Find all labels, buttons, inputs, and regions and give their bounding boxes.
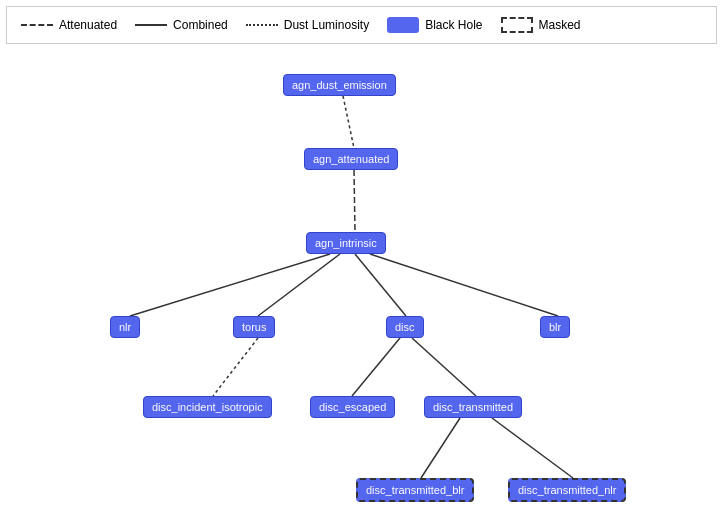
- legend-label-black-hole: Black Hole: [425, 18, 482, 32]
- combined-line-icon: [135, 24, 167, 26]
- node-torus[interactable]: torus: [233, 316, 275, 338]
- node-agn-intrinsic[interactable]: agn_intrinsic: [306, 232, 386, 254]
- legend-label-dust-luminosity: Dust Luminosity: [284, 18, 369, 32]
- svg-line-0: [343, 96, 354, 148]
- black-hole-box-icon: [387, 17, 419, 33]
- node-disc-transmitted-nlr[interactable]: disc_transmitted_nlr: [508, 478, 626, 502]
- node-disc-escaped[interactable]: disc_escaped: [310, 396, 395, 418]
- node-disc-transmitted-blr[interactable]: disc_transmitted_blr: [356, 478, 474, 502]
- svg-line-10: [492, 418, 573, 478]
- svg-line-8: [412, 338, 476, 396]
- graph-area: agn_dust_emission agn_attenuated agn_int…: [0, 46, 723, 521]
- legend: Attenuated Combined Dust Luminosity Blac…: [6, 6, 717, 44]
- legend-item-masked: Masked: [501, 17, 581, 33]
- node-nlr[interactable]: nlr: [110, 316, 140, 338]
- masked-box-icon: [501, 17, 533, 33]
- legend-label-combined: Combined: [173, 18, 228, 32]
- legend-item-combined: Combined: [135, 18, 228, 32]
- node-disc-transmitted[interactable]: disc_transmitted: [424, 396, 522, 418]
- node-agn-attenuated[interactable]: agn_attenuated: [304, 148, 398, 170]
- legend-item-black-hole: Black Hole: [387, 17, 482, 33]
- legend-item-dust-luminosity: Dust Luminosity: [246, 18, 369, 32]
- dust-luminosity-line-icon: [246, 24, 278, 26]
- svg-line-1: [354, 170, 355, 232]
- attenuated-line-icon: [21, 24, 53, 26]
- legend-item-attenuated: Attenuated: [21, 18, 117, 32]
- svg-line-9: [421, 418, 460, 478]
- graph-svg: [0, 46, 723, 521]
- node-disc-incident-isotropic[interactable]: disc_incident_isotropic: [143, 396, 272, 418]
- legend-label-masked: Masked: [539, 18, 581, 32]
- node-disc[interactable]: disc: [386, 316, 424, 338]
- svg-line-6: [213, 338, 258, 396]
- legend-label-attenuated: Attenuated: [59, 18, 117, 32]
- node-blr[interactable]: blr: [540, 316, 570, 338]
- node-agn-dust-emission[interactable]: agn_dust_emission: [283, 74, 396, 96]
- svg-line-7: [352, 338, 400, 396]
